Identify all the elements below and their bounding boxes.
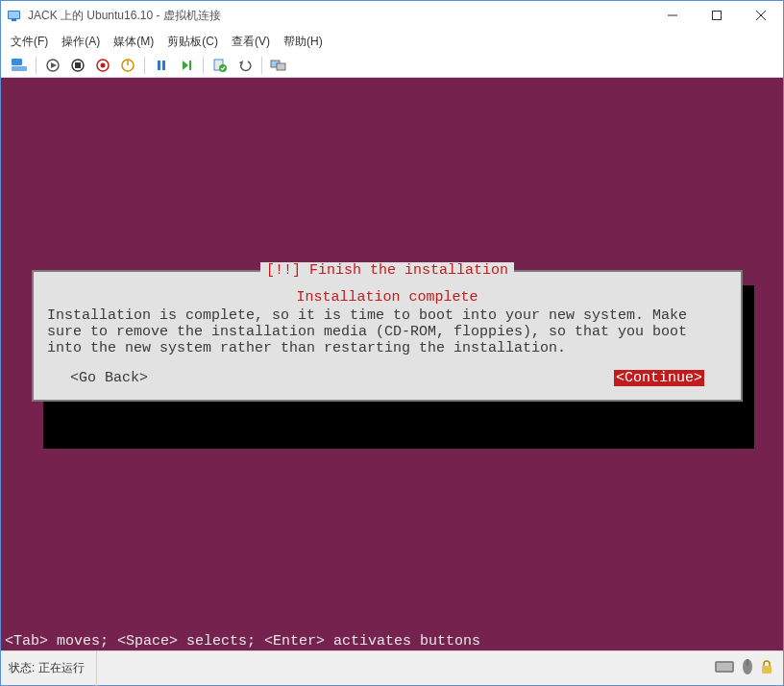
- menu-view[interactable]: 查看(V): [232, 34, 270, 50]
- installer-hints: <Tab> moves; <Space> selects; <Enter> ac…: [1, 632, 783, 650]
- statusbar: 状态: 正在运行: [1, 650, 783, 685]
- menu-media[interactable]: 媒体(M): [113, 34, 154, 50]
- window-controls: [650, 1, 783, 30]
- toolbar-separator: [144, 57, 145, 74]
- toolbar: [1, 53, 783, 78]
- dialog-title: [!!] Finish the installation: [260, 262, 514, 279]
- menubar: 文件(F) 操作(A) 媒体(M) 剪贴板(C) 查看(V) 帮助(H): [1, 30, 783, 53]
- svg-rect-18: [162, 61, 165, 70]
- svg-rect-25: [277, 63, 285, 70]
- status-value: 正在运行: [38, 660, 85, 676]
- reset-button[interactable]: [176, 55, 197, 76]
- svg-rect-12: [75, 62, 81, 68]
- ctrl-alt-del-button[interactable]: [9, 55, 30, 76]
- mouse-icon: [741, 658, 754, 678]
- enhanced-session-button[interactable]: [268, 55, 289, 76]
- checkpoint-button[interactable]: [209, 55, 231, 76]
- save-button[interactable]: [117, 55, 138, 76]
- svg-rect-2: [12, 19, 16, 21]
- maximize-button[interactable]: [695, 1, 739, 30]
- menu-help[interactable]: 帮助(H): [283, 34, 323, 50]
- status-separator: [96, 651, 97, 686]
- svg-rect-8: [12, 59, 22, 65]
- go-back-button[interactable]: <Go Back>: [70, 370, 148, 386]
- app-icon: [7, 8, 22, 23]
- toolbar-separator: [36, 57, 37, 74]
- svg-rect-30: [762, 666, 772, 674]
- svg-rect-4: [713, 12, 722, 20]
- toolbar-separator: [203, 57, 204, 74]
- dialog-message: Installation is complete, so it is time …: [47, 307, 727, 356]
- svg-rect-1: [9, 12, 19, 18]
- menu-clipboard[interactable]: 剪贴板(C): [167, 34, 218, 50]
- dialog-subtitle: Installation complete: [47, 289, 727, 306]
- toolbar-separator: [261, 57, 262, 74]
- window-title: JACK 上的 Ubuntu16.10 - 虚拟机连接: [28, 8, 650, 24]
- hyperv-window: JACK 上的 Ubuntu16.10 - 虚拟机连接 文件(F) 操作(A) …: [0, 0, 784, 686]
- minimize-button[interactable]: [650, 1, 695, 30]
- shutdown-button[interactable]: [92, 55, 113, 76]
- svg-rect-7: [12, 66, 27, 71]
- svg-rect-17: [158, 61, 160, 70]
- keyboard-icon: [714, 659, 735, 677]
- svg-marker-19: [183, 61, 188, 70]
- status-label: 状态:: [9, 660, 35, 676]
- vm-display[interactable]: [!!] Finish the installation Installatio…: [1, 78, 783, 650]
- pause-button[interactable]: [151, 55, 172, 76]
- menu-action[interactable]: 操作(A): [61, 34, 100, 50]
- svg-point-14: [101, 62, 106, 67]
- svg-rect-27: [717, 663, 732, 671]
- close-button[interactable]: [739, 1, 783, 30]
- menu-file[interactable]: 文件(F): [11, 34, 48, 50]
- titlebar: JACK 上的 Ubuntu16.10 - 虚拟机连接: [1, 1, 783, 30]
- revert-button[interactable]: [234, 55, 256, 76]
- installer-dialog: [!!] Finish the installation Installatio…: [32, 270, 743, 402]
- turnoff-button[interactable]: [67, 55, 88, 76]
- lock-icon: [760, 659, 773, 677]
- start-button[interactable]: [42, 55, 63, 76]
- svg-marker-10: [51, 62, 57, 68]
- continue-button[interactable]: <Continue>: [614, 370, 704, 386]
- svg-rect-20: [189, 61, 191, 70]
